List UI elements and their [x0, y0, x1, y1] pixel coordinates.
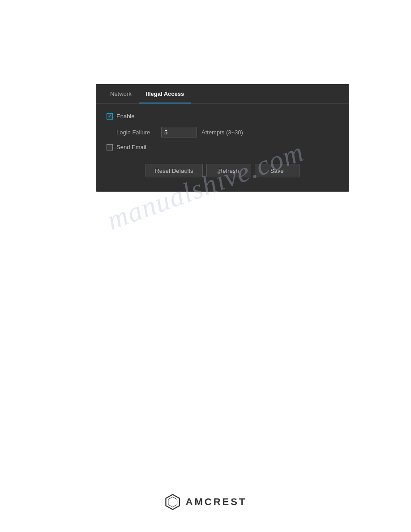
send-email-label: Send Email: [116, 144, 146, 150]
footer-logo: AMCREST: [164, 493, 247, 511]
tab-network[interactable]: Network: [103, 85, 139, 103]
amcrest-logo-icon: [164, 493, 181, 511]
tab-header: Network Illegal Access: [96, 84, 349, 104]
tab-illegal-access[interactable]: Illegal Access: [139, 85, 192, 103]
refresh-button[interactable]: Refresh: [206, 164, 251, 177]
svg-marker-1: [168, 497, 177, 507]
reset-defaults-button[interactable]: Reset Defaults: [146, 164, 202, 177]
dialog-panel: Network Illegal Access Enable Login Fail…: [96, 84, 349, 192]
content-area: Enable Login Failure Attempts (3~30) Sen…: [96, 104, 349, 192]
page-container: Network Illegal Access Enable Login Fail…: [0, 0, 411, 532]
save-button[interactable]: Save: [255, 164, 300, 177]
login-failure-label: Login Failure: [116, 129, 161, 136]
enable-checkbox[interactable]: [107, 113, 113, 120]
enable-row: Enable: [107, 113, 338, 120]
login-failure-input[interactable]: [161, 127, 197, 137]
attempts-hint: Attempts (3~30): [201, 129, 243, 136]
send-email-row: Send Email: [107, 144, 338, 150]
login-failure-row: Login Failure Attempts (3~30): [116, 127, 338, 137]
enable-label: Enable: [116, 113, 134, 120]
brand-name: AMCREST: [186, 496, 247, 508]
buttons-row: Reset Defaults Refresh Save: [107, 159, 338, 181]
send-email-checkbox[interactable]: [107, 144, 113, 150]
